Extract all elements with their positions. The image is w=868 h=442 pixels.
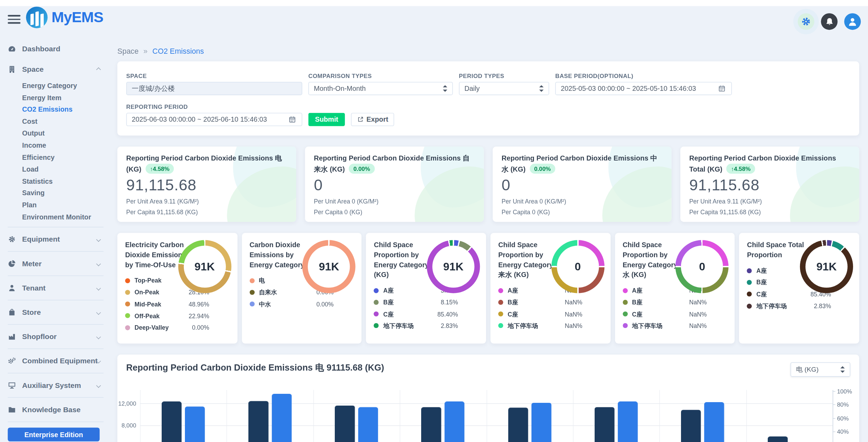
sidebar-item-energy-item[interactable]: Energy Item: [22, 92, 105, 104]
sidebar-item-shopfloor[interactable]: Shopfloor: [8, 327, 104, 347]
legend-dot-icon: [125, 302, 130, 306]
bag-icon: [8, 308, 17, 317]
sidebar-item-dashboard[interactable]: Dashboard: [8, 39, 104, 59]
brand-logo[interactable]: MyEMS: [26, 7, 103, 28]
legend-label: Mid-Peak: [135, 300, 189, 308]
donut-ring: 91K: [427, 240, 480, 293]
legend-item: 地下停车场NaN%: [498, 322, 582, 330]
period-types-select[interactable]: Daily: [459, 82, 549, 95]
space-input[interactable]: 一度城/办公楼: [126, 82, 302, 95]
sidebar-item-saving[interactable]: Saving: [22, 188, 105, 199]
settings-icon[interactable]: [798, 13, 814, 30]
legend-label: 中水: [259, 300, 316, 308]
donut-card-3: Child Space Proportion by Energy Categor…: [366, 233, 486, 344]
legend-dot-icon: [249, 278, 254, 283]
sidebar-item-output[interactable]: Output: [22, 128, 105, 140]
person-icon: [8, 284, 17, 293]
enterprise-edition-button[interactable]: Enterprise Edition: [8, 428, 100, 442]
legend-label: 地下停车场: [756, 302, 814, 310]
sidebar-item-tenant[interactable]: Tenant: [8, 278, 104, 298]
trend-badge: 0.00%: [349, 164, 374, 174]
breadcrumb-parent[interactable]: Space: [117, 47, 138, 55]
donut-cards-row: Electricity Carbon Dioxide Emissions by …: [117, 233, 859, 344]
sidebar-item-label: Space: [22, 65, 44, 73]
reporting-period-input[interactable]: 2025-06-03 00:00:00 ~ 2025-06-10 15:46:0…: [126, 113, 302, 126]
sidebar-item-meter[interactable]: Meter: [8, 253, 104, 274]
sidebar-item-plan[interactable]: Plan: [22, 200, 105, 211]
sidebar-item-cost[interactable]: Cost: [22, 116, 105, 128]
stat-card-title: Reporting Period Carbon Dioxide Emission…: [502, 154, 663, 174]
sidebar-item-statistics[interactable]: Statistics: [22, 176, 105, 188]
brand-name: MyEMS: [51, 9, 103, 26]
period-types-label: PERIOD TYPES: [459, 72, 549, 79]
sidebar-item-knowledge-base[interactable]: Knowledge Base: [8, 399, 104, 420]
legend-label: B座: [508, 298, 565, 306]
legend-dot-icon: [747, 268, 752, 273]
sidebar-item-co2-emissions[interactable]: CO2 Emissions: [22, 104, 105, 116]
sidebar-item-income[interactable]: Income: [22, 140, 105, 152]
legend-label: 地下停车场: [632, 322, 689, 330]
export-button[interactable]: Export: [351, 113, 394, 126]
gears-icon: [8, 357, 17, 366]
axis-tick: [833, 391, 835, 392]
donut-card-6: Child Space Total Proportion91KA座3.62%B座…: [739, 233, 859, 344]
legend-item: 中水0.00%: [249, 300, 334, 308]
stat-card-3: Reporting Period Carbon Dioxide Emission…: [493, 147, 671, 222]
legend-item: B座NaN%: [498, 298, 582, 306]
menu-toggle-icon[interactable]: [8, 15, 20, 24]
sidebar-item-label: Auxiliary System: [22, 381, 81, 390]
notifications-bell-icon[interactable]: [821, 13, 837, 30]
sidebar-item-space[interactable]: Space: [8, 59, 104, 80]
stat-card-value: 91,115.68: [126, 176, 287, 194]
legend-dot-icon: [374, 323, 379, 328]
gridline: [400, 390, 400, 442]
comparison-types-label: COMPARISON TYPES: [308, 72, 453, 79]
sidebar-item-combined-equipment[interactable]: Combined Equipment: [8, 351, 104, 371]
legend-label: C座: [383, 310, 437, 318]
legend-label: B座: [383, 298, 441, 306]
legend-item: C座NaN%: [623, 310, 707, 318]
legend-value: NaN%: [689, 299, 707, 305]
emissions-bar-chart-card: Reporting Period Carbon Dioxide Emission…: [117, 355, 859, 442]
stat-card-value: 91,115.68: [689, 176, 850, 194]
y-axis-tick-label: 8,000: [121, 422, 136, 429]
sidebar-item-label: Meter: [22, 260, 42, 268]
breadcrumb: Space » CO2 Emissions: [117, 47, 859, 55]
sidebar-item-energy-category[interactable]: Energy Category: [22, 80, 105, 92]
chevron-down-icon: [96, 237, 101, 242]
sidebar-item-load[interactable]: Load: [22, 164, 105, 176]
comparison-types-select[interactable]: Month-On-Month: [308, 82, 453, 95]
legend-dot-icon: [623, 288, 628, 293]
sidebar-item-auxiliary-system[interactable]: Auxiliary System: [8, 375, 104, 396]
unit-select[interactable]: 电 (KG): [791, 362, 850, 376]
stat-card-1: Reporting Period Carbon Dioxide Emission…: [117, 147, 296, 222]
app-header: MyEMS: [0, 6, 868, 40]
building-icon: [8, 65, 17, 74]
sidebar-divider: [8, 324, 103, 325]
sidebar-item-environment-monitor[interactable]: Environment Monitor: [22, 211, 105, 223]
legend-label: 地下停车场: [508, 322, 565, 330]
reporting-period-label: REPORTING PERIOD: [126, 103, 302, 110]
axis-tick: [833, 432, 835, 432]
legend-value: 2.83%: [814, 303, 831, 309]
bar-reporting-period-1: [185, 407, 205, 442]
per-unit-area-line: Per Unit Area 9.11 (KG/M²): [689, 198, 850, 205]
bar-reporting-period-4: [445, 401, 465, 442]
breadcrumb-separator: »: [143, 47, 147, 55]
space-label: SPACE: [126, 72, 302, 79]
user-avatar-icon[interactable]: [844, 13, 861, 30]
sidebar-item-store[interactable]: Store: [8, 302, 104, 322]
stat-card-title: Reporting Period Carbon Dioxide Emission…: [689, 154, 850, 174]
gridline: [659, 390, 660, 442]
sidebar: DashboardSpaceEnergy CategoryEnergy Item…: [0, 35, 109, 441]
stat-card-4: Reporting Period Carbon Dioxide Emission…: [680, 147, 859, 222]
legend-dot-icon: [498, 300, 503, 305]
submit-button[interactable]: Submit: [308, 113, 345, 126]
sidebar-item-efficiency[interactable]: Efficiency: [22, 152, 105, 164]
gear-icon: [8, 235, 17, 244]
sidebar-divider: [8, 422, 103, 422]
sidebar-item-equipment[interactable]: Equipment: [8, 229, 104, 250]
base-period-input[interactable]: 2025-05-03 00:00:00 ~ 2025-05-10 15:46:0…: [555, 82, 732, 95]
donut-center-value: 91K: [427, 240, 480, 293]
legend-item: B座8.15%: [374, 298, 458, 306]
